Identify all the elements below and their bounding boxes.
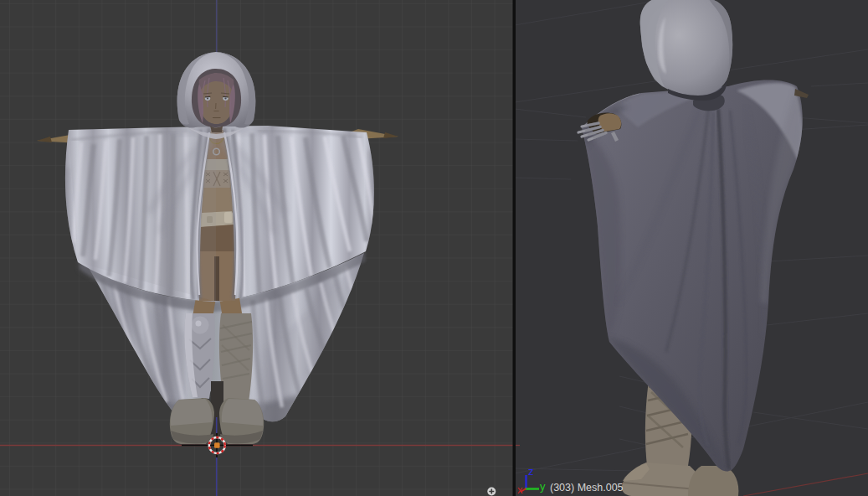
svg-text:z: z <box>528 465 534 478</box>
svg-text:x: x <box>517 483 523 496</box>
svg-text:(303) Mesh.005: (303) Mesh.005 <box>550 482 624 493</box>
svg-text:y: y <box>540 480 546 493</box>
